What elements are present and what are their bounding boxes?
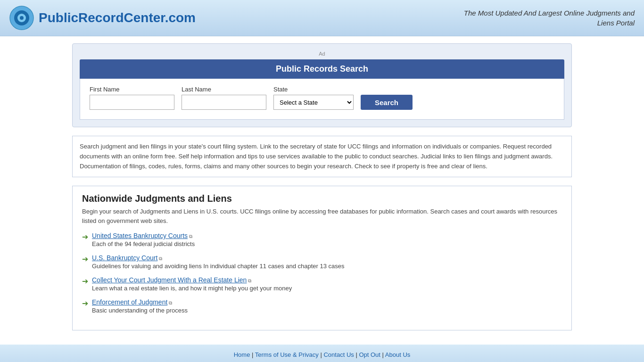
footer-link-separator: | <box>354 351 359 358</box>
link-title[interactable]: Collect Your Court Judgment With a Real … <box>92 276 247 284</box>
link-item: ➔Collect Your Court Judgment With a Real… <box>82 276 562 292</box>
link-item: ➔U.S. Bankruptcy Court⧉Guidelines for va… <box>82 254 562 270</box>
link-content: Collect Your Court Judgment With a Real … <box>92 276 292 292</box>
footer-link[interactable]: Opt Out <box>359 351 380 358</box>
logo-area: PublicRecordCenter.com <box>9 6 196 30</box>
search-box-title: Public Records Search <box>80 59 564 79</box>
first-name-field: First Name <box>90 86 174 110</box>
link-title[interactable]: United States Bankruptcy Courts <box>92 232 188 239</box>
link-description: Each of the 94 federal judicial district… <box>92 240 195 247</box>
link-title[interactable]: U.S. Bankruptcy Court <box>92 254 157 262</box>
footer-link[interactable]: Contact Us <box>323 351 354 358</box>
link-content: United States Bankruptcy Courts⧉Each of … <box>92 232 195 247</box>
footer-link[interactable]: Home <box>234 351 250 358</box>
external-link-icon: ⧉ <box>248 278 251 283</box>
arrow-icon: ➔ <box>82 255 88 263</box>
link-description: Guidelines for valuing and avoiding lien… <box>92 263 345 270</box>
search-container: Ad Public Records Search First Name Last… <box>72 43 572 127</box>
external-link-icon: ⧉ <box>169 300 172 305</box>
link-item: ➔Enforcement of Judgment⧉Basic understan… <box>82 298 562 314</box>
nationwide-desc: Begin your search of Judgments and Liens… <box>82 207 562 225</box>
footer-links: Home | Terms of Use & Privacy | Contact … <box>9 351 635 358</box>
nationwide-title: Nationwide Judgments and Liens <box>82 193 562 204</box>
nationwide-section: Nationwide Judgments and Liens Begin you… <box>72 186 572 330</box>
link-content: U.S. Bankruptcy Court⧉Guidelines for val… <box>92 254 345 270</box>
links-list: ➔United States Bankruptcy Courts⧉Each of… <box>82 232 562 314</box>
last-name-label: Last Name <box>182 86 266 93</box>
site-header: PublicRecordCenter.com The Most Updated … <box>0 0 644 36</box>
state-field: State Select a StateAlabamaAlaskaArizona… <box>273 86 354 110</box>
link-description: Basic understanding of the process <box>92 307 188 314</box>
site-tagline: The Most Updated And Largest Online Judg… <box>455 8 635 28</box>
last-name-field: Last Name <box>182 86 266 110</box>
external-link-icon: ⧉ <box>189 234 192 239</box>
arrow-icon: ➔ <box>82 277 88 286</box>
arrow-icon: ➔ <box>82 232 88 241</box>
site-logo-text[interactable]: PublicRecordCenter.com <box>39 10 196 25</box>
link-description: Learn what a real estate lien is, and ho… <box>92 285 292 292</box>
state-select[interactable]: Select a StateAlabamaAlaskaArizonaArkans… <box>273 95 354 110</box>
arrow-icon: ➔ <box>82 299 88 308</box>
ad-label: Ad <box>80 51 564 57</box>
search-form-area: First Name Last Name State Select a Stat… <box>80 79 564 120</box>
link-content: Enforcement of Judgment⧉Basic understand… <box>92 298 188 314</box>
main-content: Ad Public Records Search First Name Last… <box>63 36 581 337</box>
site-footer: Home | Terms of Use & Privacy | Contact … <box>0 345 644 362</box>
footer-link-separator: | <box>380 351 385 358</box>
footer-link-separator: | <box>319 351 324 358</box>
link-item: ➔United States Bankruptcy Courts⧉Each of… <box>82 232 562 247</box>
search-form-row: First Name Last Name State Select a Stat… <box>90 86 554 110</box>
footer-link[interactable]: About Us <box>385 351 410 358</box>
footer-link[interactable]: Terms of Use & Privacy <box>255 351 319 358</box>
state-label: State <box>273 86 354 93</box>
svg-point-3 <box>20 16 24 20</box>
link-title[interactable]: Enforcement of Judgment <box>92 298 167 306</box>
logo-icon <box>9 6 34 30</box>
description-box: Search judgment and lien filings in your… <box>72 136 572 177</box>
external-link-icon: ⧉ <box>159 256 162 261</box>
footer-link-separator: | <box>250 351 255 358</box>
search-button[interactable]: Search <box>361 95 413 110</box>
last-name-input[interactable] <box>182 95 266 110</box>
first-name-input[interactable] <box>90 95 174 110</box>
first-name-label: First Name <box>90 86 174 93</box>
